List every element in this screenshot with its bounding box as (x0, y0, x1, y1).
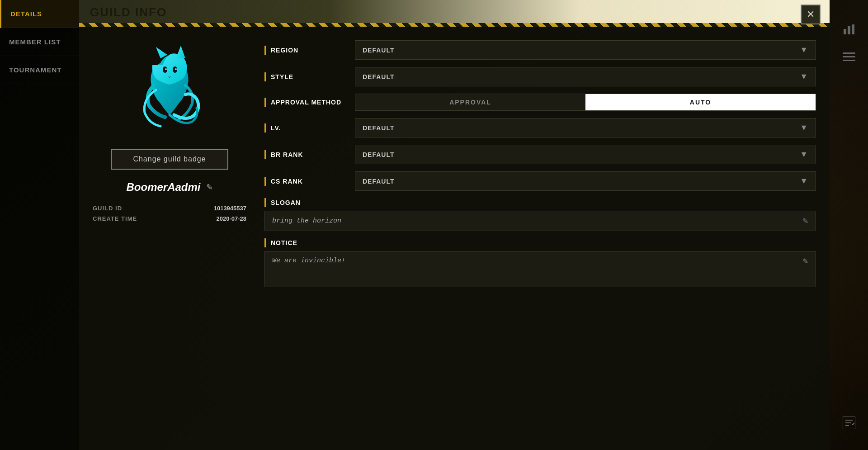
right-panel (830, 0, 868, 450)
bar-chart-icon[interactable] (843, 23, 855, 38)
br-rank-dropdown-arrow: ▼ (800, 150, 808, 159)
region-label: REGION (264, 46, 355, 55)
right-column: REGION DEFAULT ▼ STYLE DEFAULT ▼ APPROVA… (264, 40, 816, 436)
svg-rect-3 (843, 52, 855, 54)
slogan-label: SLOGAN (264, 198, 816, 207)
notice-edit-icon[interactable]: ✎ (802, 257, 808, 265)
hazard-stripe (79, 23, 830, 27)
slogan-field[interactable]: bring the horizon ✎ (264, 211, 816, 231)
approval-label: APPROVAL METHOD (264, 98, 355, 107)
sidebar-item-member-list[interactable]: MEMBER LIST (0, 28, 79, 56)
checklist-icon[interactable] (843, 417, 855, 432)
svg-rect-4 (843, 56, 855, 57)
modal-header: GUILD INFO ✕ (79, 0, 830, 27)
approval-field-row: APPROVAL METHOD APPROVAL AUTO (264, 94, 816, 111)
guild-create-value: 2020-07-28 (217, 215, 247, 222)
lv-field-row: LV. DEFAULT ▼ (264, 118, 816, 137)
lv-dropdown-arrow: ▼ (800, 123, 808, 133)
style-label: STYLE (264, 72, 355, 81)
lv-label: LV. (264, 123, 355, 133)
approval-option-approval[interactable]: APPROVAL (355, 94, 585, 110)
region-dropdown[interactable]: DEFAULT ▼ (355, 40, 816, 60)
modal-body: Change guild badge BoomerAadmi ✎ GUILD I… (79, 27, 830, 450)
guild-meta: GUILD ID 1013945537 CREATE TIME 2020-07-… (93, 205, 246, 222)
guild-create-label: CREATE TIME (93, 215, 137, 222)
cs-rank-value: DEFAULT (363, 178, 395, 185)
guild-id-value: 1013945537 (214, 205, 246, 212)
svg-rect-2 (852, 24, 854, 34)
region-value: DEFAULT (363, 47, 395, 54)
guild-name: BoomerAadmi (126, 181, 200, 194)
sidebar-item-tournament[interactable]: TOURNAMENT (0, 56, 79, 84)
cs-rank-dropdown-arrow: ▼ (800, 176, 808, 186)
br-rank-label: BR RANK (264, 150, 355, 159)
lv-dropdown[interactable]: DEFAULT ▼ (355, 118, 816, 137)
approval-toggle: APPROVAL AUTO (355, 94, 816, 111)
sidebar-item-details[interactable]: DETAILS (0, 0, 79, 28)
notice-field[interactable]: We are invincible! ✎ (264, 251, 816, 287)
list-icon[interactable] (843, 52, 855, 65)
close-button[interactable]: ✕ (801, 5, 821, 24)
region-field-row: REGION DEFAULT ▼ (264, 40, 816, 60)
svg-rect-0 (844, 29, 846, 34)
slogan-edit-icon[interactable]: ✎ (802, 217, 808, 225)
sidebar: DETAILS MEMBER LIST TOURNAMENT (0, 0, 79, 450)
style-dropdown[interactable]: DEFAULT ▼ (355, 67, 816, 86)
guild-name-edit-icon[interactable]: ✎ (206, 182, 213, 192)
notice-value: We are invincible! (272, 257, 345, 265)
br-rank-dropdown[interactable]: DEFAULT ▼ (355, 145, 816, 164)
cs-rank-label: CS RANK (264, 177, 355, 186)
svg-rect-1 (848, 26, 850, 34)
slogan-section: SLOGAN bring the horizon ✎ (264, 198, 816, 231)
guild-info-modal: GUILD INFO ✕ (79, 0, 830, 450)
svg-point-9 (165, 68, 167, 70)
approval-option-auto[interactable]: AUTO (585, 94, 816, 110)
guild-id-label: GUILD ID (93, 205, 122, 212)
notice-label: NOTICE (264, 238, 816, 247)
style-field-row: STYLE DEFAULT ▼ (264, 67, 816, 86)
modal-title: GUILD INFO (90, 5, 167, 19)
region-dropdown-arrow: ▼ (800, 45, 808, 55)
cs-rank-field-row: CS RANK DEFAULT ▼ (264, 171, 816, 191)
style-value: DEFAULT (363, 73, 395, 81)
notice-section: NOTICE We are invincible! ✎ (264, 238, 816, 287)
svg-rect-5 (843, 60, 855, 61)
svg-point-10 (175, 68, 177, 70)
change-badge-button[interactable]: Change guild badge (111, 149, 228, 170)
style-dropdown-arrow: ▼ (800, 72, 808, 81)
br-rank-field-row: BR RANK DEFAULT ▼ (264, 145, 816, 164)
left-column: Change guild badge BoomerAadmi ✎ GUILD I… (93, 40, 246, 436)
br-rank-value: DEFAULT (363, 151, 395, 158)
guild-create-row: CREATE TIME 2020-07-28 (93, 215, 246, 222)
guild-name-row: BoomerAadmi ✎ (126, 181, 212, 194)
slogan-value: bring the horizon (272, 217, 341, 225)
guild-id-row: GUILD ID 1013945537 (93, 205, 246, 212)
cs-rank-dropdown[interactable]: DEFAULT ▼ (355, 171, 816, 191)
guild-badge (120, 40, 219, 140)
lv-value: DEFAULT (363, 124, 395, 132)
